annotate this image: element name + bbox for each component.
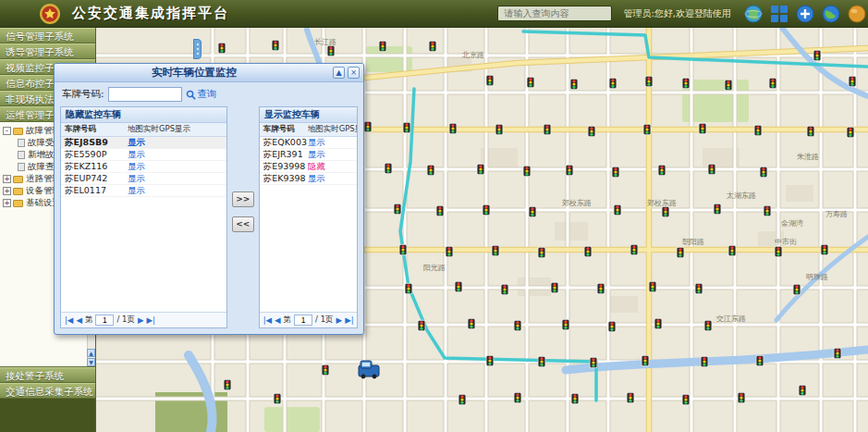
expand-icon[interactable]: +: [3, 175, 11, 183]
traffic-light-icon[interactable]: [614, 204, 621, 216]
traffic-light-icon[interactable]: [793, 284, 801, 295]
next-page-button[interactable]: ▶: [336, 315, 343, 325]
collapse-icon[interactable]: -: [3, 127, 11, 135]
traffic-light-icon[interactable]: [738, 392, 745, 403]
traffic-light-icon[interactable]: [544, 124, 551, 135]
traffic-light-icon[interactable]: [590, 357, 597, 368]
query-button[interactable]: 查询: [186, 88, 217, 101]
traffic-light-icon[interactable]: [399, 244, 407, 255]
traffic-light-icon[interactable]: [446, 246, 453, 257]
traffic-light-icon[interactable]: [677, 247, 684, 258]
traffic-light-icon[interactable]: [764, 205, 771, 216]
traffic-light-icon[interactable]: [427, 165, 434, 176]
traffic-light-icon[interactable]: [754, 125, 762, 136]
traffic-light-icon[interactable]: [695, 283, 703, 294]
gps-display-link[interactable]: 显示: [308, 173, 357, 185]
plate-input[interactable]: [108, 87, 182, 102]
traffic-light-icon[interactable]: [570, 79, 578, 90]
traffic-light-icon[interactable]: [224, 379, 231, 390]
traffic-light-icon[interactable]: [799, 385, 806, 396]
traffic-light-icon[interactable]: [327, 45, 335, 56]
traffic-light-icon[interactable]: [807, 126, 814, 137]
traffic-light-icon[interactable]: [405, 283, 412, 294]
traffic-light-icon[interactable]: [658, 165, 666, 176]
traffic-light-icon[interactable]: [486, 75, 494, 86]
traffic-light-icon[interactable]: [514, 320, 521, 331]
gps-display-link[interactable]: 显示: [308, 149, 357, 161]
traffic-light-icon[interactable]: [523, 166, 531, 177]
vehicle-row[interactable]: 苏EK9398显示: [260, 173, 357, 185]
traffic-light-icon[interactable]: [834, 348, 841, 359]
traffic-light-icon[interactable]: [699, 123, 706, 134]
traffic-light-icon[interactable]: [725, 80, 732, 91]
page-input[interactable]: [95, 315, 114, 326]
traffic-light-icon[interactable]: [756, 355, 764, 366]
traffic-light-icon[interactable]: [682, 78, 690, 89]
traffic-light-icon[interactable]: [403, 122, 410, 133]
traffic-light-icon[interactable]: [364, 121, 372, 132]
traffic-light-icon[interactable]: [468, 318, 475, 329]
last-page-button[interactable]: ▶|: [345, 315, 353, 325]
move-left-button[interactable]: <<: [232, 216, 254, 232]
traffic-light-icon[interactable]: [379, 41, 386, 52]
traffic-light-icon[interactable]: [272, 40, 279, 51]
page-input[interactable]: [294, 315, 312, 326]
last-page-button[interactable]: ▶|: [146, 315, 154, 325]
traffic-light-icon[interactable]: [538, 356, 545, 367]
traffic-light-icon[interactable]: [492, 245, 499, 256]
vehicle-row[interactable]: 苏EKZ116显示: [61, 161, 226, 173]
traffic-light-icon[interactable]: [551, 282, 558, 293]
traffic-light-icon[interactable]: [588, 126, 595, 137]
traffic-light-icon[interactable]: [455, 281, 462, 292]
traffic-light-icon[interactable]: [571, 393, 579, 404]
traffic-light-icon[interactable]: [514, 392, 521, 403]
expand-icon[interactable]: +: [3, 187, 11, 195]
traffic-light-icon[interactable]: [645, 76, 653, 87]
vehicle-row[interactable]: 苏E5590P显示: [61, 149, 226, 161]
next-page-button[interactable]: ▶: [138, 315, 144, 325]
traffic-light-icon[interactable]: [429, 41, 436, 52]
traffic-light-icon[interactable]: [847, 127, 854, 138]
traffic-light-icon[interactable]: [821, 244, 828, 255]
prev-page-button[interactable]: ◀: [76, 315, 82, 325]
traffic-light-icon[interactable]: [562, 319, 569, 330]
traffic-light-icon[interactable]: [597, 283, 605, 294]
traffic-light-icon[interactable]: [477, 164, 484, 175]
first-page-button[interactable]: |◀: [263, 315, 272, 325]
traffic-light-icon[interactable]: [538, 247, 545, 258]
traffic-light-icon[interactable]: [527, 77, 534, 88]
traffic-light-icon[interactable]: [418, 320, 425, 331]
sidebar-item-2[interactable]: 诱导管理子系统: [0, 43, 95, 59]
traffic-light-icon[interactable]: [612, 167, 619, 178]
panel-collapse-handle[interactable]: [193, 39, 202, 59]
zoom-plus-icon[interactable]: [796, 5, 814, 23]
traffic-light-icon[interactable]: [760, 167, 767, 178]
collapse-icon[interactable]: ▲: [333, 67, 345, 79]
vehicle-row[interactable]: 苏EL0117显示: [61, 185, 226, 197]
vehicle-row[interactable]: 苏EUP742显示: [61, 173, 226, 185]
traffic-light-icon[interactable]: [649, 281, 656, 292]
sidebar-item-bottom-2[interactable]: 交通信息采集子系统: [0, 383, 95, 399]
vehicle-row[interactable]: 苏E93998隐藏: [260, 161, 357, 173]
traffic-light-icon[interactable]: [584, 246, 592, 257]
traffic-light-icon[interactable]: [627, 392, 634, 403]
traffic-light-icon[interactable]: [682, 394, 690, 405]
close-icon[interactable]: ×: [348, 67, 360, 79]
traffic-light-icon[interactable]: [630, 244, 638, 255]
first-page-button[interactable]: |◀: [65, 315, 73, 325]
gps-display-link[interactable]: 显示: [128, 161, 226, 173]
traffic-light-icon[interactable]: [609, 78, 617, 89]
traffic-light-icon[interactable]: [775, 246, 782, 257]
traffic-light-icon[interactable]: [394, 204, 401, 215]
scroll-up-icon[interactable]: ▲: [87, 349, 95, 357]
traffic-light-icon[interactable]: [218, 43, 226, 54]
traffic-light-icon[interactable]: [728, 245, 736, 256]
traffic-light-icon[interactable]: [643, 124, 651, 135]
traffic-light-icon[interactable]: [701, 356, 708, 367]
traffic-light-icon[interactable]: [608, 321, 616, 332]
traffic-light-icon[interactable]: [449, 123, 457, 134]
traffic-light-icon[interactable]: [769, 78, 776, 89]
traffic-light-icon[interactable]: [654, 318, 662, 329]
traffic-light-icon[interactable]: [662, 206, 669, 217]
traffic-light-icon[interactable]: [483, 204, 490, 216]
